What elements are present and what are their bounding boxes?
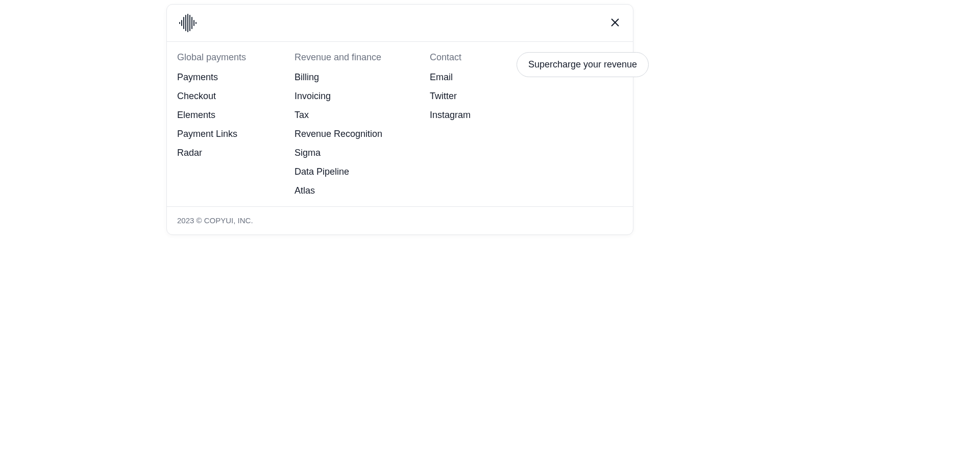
link-email[interactable]: Email xyxy=(430,72,496,83)
panel-footer: 2023 © COPYUI, INC. xyxy=(167,206,633,234)
column-title: Revenue and finance xyxy=(295,52,409,63)
link-twitter[interactable]: Twitter xyxy=(430,91,496,102)
close-icon xyxy=(609,17,621,30)
brand-logo-icon xyxy=(177,13,198,33)
column-revenue-finance: Revenue and finance Billing Invoicing Ta… xyxy=(295,52,409,196)
link-tax[interactable]: Tax xyxy=(295,110,409,121)
svg-rect-1 xyxy=(181,20,182,26)
link-revenue-recognition[interactable]: Revenue Recognition xyxy=(295,129,409,139)
link-invoicing[interactable]: Invoicing xyxy=(295,91,409,102)
svg-rect-6 xyxy=(191,17,192,29)
panel-header xyxy=(167,5,633,42)
link-sigma[interactable]: Sigma xyxy=(295,148,409,158)
link-billing[interactable]: Billing xyxy=(295,72,409,83)
link-instagram[interactable]: Instagram xyxy=(430,110,496,121)
link-data-pipeline[interactable]: Data Pipeline xyxy=(295,167,409,177)
svg-rect-3 xyxy=(185,15,186,31)
supercharge-revenue-button[interactable]: Supercharge your revenue xyxy=(517,52,649,77)
column-title: Global payments xyxy=(177,52,274,63)
column-global-payments: Global payments Payments Checkout Elemen… xyxy=(177,52,274,158)
copyright-text: 2023 © COPYUI, INC. xyxy=(177,216,253,225)
column-title: Contact xyxy=(430,52,496,63)
link-payment-links[interactable]: Payment Links xyxy=(177,129,274,139)
svg-rect-0 xyxy=(179,22,180,24)
link-payments[interactable]: Payments xyxy=(177,72,274,83)
link-atlas[interactable]: Atlas xyxy=(295,185,409,196)
svg-rect-2 xyxy=(183,17,184,29)
panel-body: Global payments Payments Checkout Elemen… xyxy=(167,42,633,206)
menu-panel: Global payments Payments Checkout Elemen… xyxy=(166,4,633,235)
svg-rect-8 xyxy=(195,22,197,24)
svg-rect-7 xyxy=(193,20,194,26)
close-button[interactable] xyxy=(607,15,623,32)
cta-wrap: Supercharge your revenue xyxy=(517,52,649,77)
link-radar[interactable]: Radar xyxy=(177,148,274,158)
link-checkout[interactable]: Checkout xyxy=(177,91,274,102)
svg-rect-4 xyxy=(187,14,188,32)
column-contact: Contact Email Twitter Instagram xyxy=(430,52,496,121)
svg-rect-5 xyxy=(189,15,190,31)
link-elements[interactable]: Elements xyxy=(177,110,274,121)
